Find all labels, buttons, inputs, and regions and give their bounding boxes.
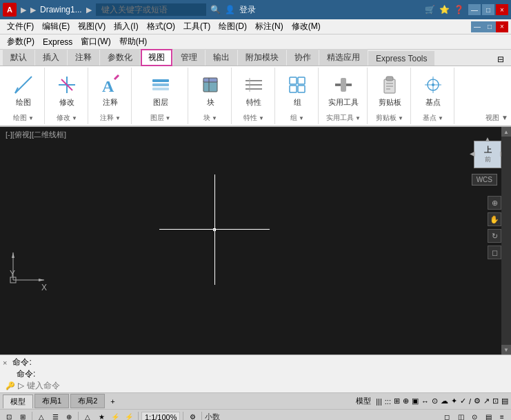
clipboard-group-arrow[interactable]: ▼ [398, 115, 403, 121]
tab-featured[interactable]: 精选应用 [319, 49, 368, 66]
menu-view[interactable]: 视图(V) [74, 19, 110, 34]
basepoint-group-arrow[interactable]: ▼ [438, 115, 443, 121]
search-input[interactable] [96, 3, 206, 16]
bottom-tool-7[interactable]: ★ [95, 411, 108, 421]
orbit-tool[interactable]: ↻ [488, 229, 501, 243]
bottom-tool-4[interactable]: ☰ [49, 411, 61, 421]
close-button[interactable]: × [496, 4, 508, 15]
tab-addons[interactable]: 附加模块 [238, 49, 286, 66]
utility-group-arrow[interactable]: ▼ [355, 115, 361, 121]
bottom-tool-8[interactable]: ⚡ [109, 411, 121, 421]
tab-insert[interactable]: 插入 [35, 49, 67, 66]
draw-group-arrow[interactable]: ▼ [28, 115, 34, 121]
command-close-icon[interactable]: × [3, 359, 7, 367]
minimize-button[interactable]: — [468, 4, 481, 15]
user-label[interactable]: 登录 [239, 4, 256, 16]
scale-display[interactable]: 1:1/100% [141, 412, 180, 421]
menu-format[interactable]: 格式(O) [143, 19, 179, 34]
tab-express-tools[interactable]: Express Tools [368, 51, 434, 66]
group-group-label[interactable]: 组 ▼ [290, 112, 304, 124]
right-scrollbar[interactable]: ▲ ▼ [501, 127, 511, 354]
status-polar-icon[interactable]: ⊕ [403, 397, 409, 406]
properties-group-arrow[interactable]: ▼ [259, 115, 264, 121]
command-input[interactable] [27, 381, 505, 390]
group-tool[interactable]: 组 [282, 72, 312, 109]
bottom-right-2[interactable]: ◫ [454, 411, 467, 421]
tab-layout2[interactable]: 布局2 [70, 394, 105, 408]
menu-file[interactable]: 文件(F) [3, 19, 38, 34]
group-group-arrow[interactable]: ▼ [299, 115, 304, 121]
nav-cube[interactable]: ▲ 上 前 ◀ ▶ [470, 135, 505, 171]
status-otrack-icon[interactable]: ↔ [421, 397, 429, 406]
menu-draw[interactable]: 绘图(D) [214, 19, 251, 34]
sub-maximize-button[interactable]: □ [483, 21, 496, 32]
tab-annotation[interactable]: 注释 [68, 49, 99, 66]
tab-default[interactable]: 默认 [3, 49, 34, 66]
status-sel-icon[interactable]: ⚙ [474, 397, 481, 406]
block-tool[interactable]: 块 [195, 72, 226, 109]
status-anno-icon[interactable]: ↗ [483, 397, 490, 406]
menu-edit[interactable]: 编辑(E) [38, 19, 74, 34]
bottom-tool-6[interactable]: △ [81, 411, 94, 421]
view-tool[interactable]: ◻ [488, 246, 501, 259]
utility-group-label[interactable]: 实用工具 ▼ [326, 112, 361, 124]
layer-group-arrow[interactable]: ▼ [166, 115, 171, 121]
basepoint-tool[interactable]: 基点 [418, 72, 448, 109]
tab-model[interactable]: 模型 [3, 394, 33, 408]
bottom-tool-1[interactable]: ⊡ [3, 411, 15, 421]
block-group-arrow[interactable]: ▼ [212, 115, 217, 121]
status-model-label[interactable]: 模型 [354, 396, 373, 406]
zoom-tool[interactable]: ⊕ [488, 196, 501, 210]
bottom-right-4[interactable]: ▤ [482, 411, 494, 421]
utility-tool[interactable]: 实用工具 [325, 72, 361, 109]
modify-group-arrow[interactable]: ▼ [72, 115, 77, 121]
tab-manage[interactable]: 管理 [173, 49, 205, 66]
block-group-label[interactable]: 块 ▼ [203, 112, 217, 124]
bottom-tool-5[interactable]: ⊕ [63, 411, 75, 421]
sub-close-button[interactable]: × [496, 21, 508, 32]
status-osnap-icon[interactable]: ▣ [412, 397, 419, 406]
menu-params[interactable]: 参数(P) [3, 34, 39, 49]
wcs-badge[interactable]: WCS [472, 174, 497, 186]
menu-help[interactable]: 帮助(H) [115, 34, 152, 49]
drawing-area[interactable]: [-][俯视][二维线框] Y X [0, 127, 511, 354]
status-menu-icon[interactable]: ▤ [501, 397, 508, 406]
layer-tool[interactable]: 图层 [146, 72, 176, 109]
status-tp-icon[interactable]: ✓ [460, 397, 466, 406]
menu-tools[interactable]: 工具(T) [179, 19, 214, 34]
status-ducs-icon[interactable]: ⊙ [432, 397, 438, 406]
menu-modify[interactable]: 修改(M) [288, 19, 325, 34]
status-lw-icon[interactable]: ✦ [451, 397, 457, 406]
annotation-group-label[interactable]: 注释 ▼ [100, 112, 121, 124]
ribbon-expand[interactable]: ⊟ [493, 53, 508, 66]
status-snap-icon[interactable]: ::: [385, 397, 391, 406]
properties-group-label[interactable]: 特性 ▼ [243, 112, 264, 124]
tab-layout1[interactable]: 布局1 [34, 394, 69, 408]
pan-tool[interactable]: ✋ [488, 212, 501, 226]
bottom-right-3[interactable]: ⊙ [468, 411, 481, 421]
annotation-tool[interactable]: A 注释 [95, 72, 126, 109]
modify-group-label[interactable]: 修改 ▼ [57, 112, 77, 124]
tab-collaborate[interactable]: 协作 [287, 49, 319, 66]
status-dyn-icon[interactable]: ☁ [441, 397, 448, 406]
clipboard-tool[interactable]: 剪贴板 [374, 72, 405, 109]
scroll-down-button[interactable]: ▼ [501, 345, 511, 354]
annotation-group-arrow[interactable]: ▼ [115, 115, 121, 121]
menu-insert[interactable]: 插入(I) [110, 19, 142, 34]
bottom-tool-9[interactable]: ⚡ [123, 411, 135, 421]
menu-dimension[interactable]: 标注(N) [251, 19, 288, 34]
sub-minimize-button[interactable]: — [471, 21, 483, 32]
draw-group-label[interactable]: 绘图 ▼ [13, 112, 34, 124]
add-layout-button[interactable]: + [106, 396, 119, 407]
tab-output[interactable]: 输出 [206, 49, 237, 66]
modify-tool[interactable]: 修改 [52, 72, 82, 109]
properties-tool[interactable]: 特性 [239, 72, 269, 109]
clipboard-group-label[interactable]: 剪贴板 ▼ [376, 112, 403, 124]
scroll-up-button[interactable]: ▲ [501, 127, 511, 137]
status-grid-icon[interactable]: ||| [376, 397, 382, 406]
bottom-right-5[interactable]: ≡ [496, 411, 508, 421]
status-ws-icon[interactable]: ⊡ [492, 397, 499, 406]
menu-window[interactable]: 窗口(W) [77, 34, 114, 49]
bottom-right-1[interactable]: ◻ [441, 411, 453, 421]
settings-icon[interactable]: ⚙ [186, 411, 199, 421]
